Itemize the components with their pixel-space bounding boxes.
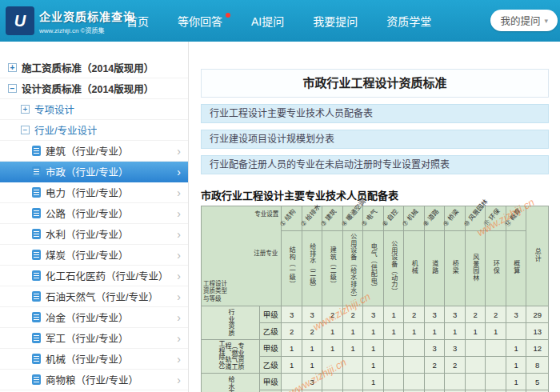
doc-link-0[interactable]: 行业工程设计主要专业技术人员配备表: [201, 104, 549, 123]
table-cell: [486, 374, 506, 390]
document-icon: [32, 270, 41, 281]
row-group-label: 专业资质（燃气工程、轨道工程除外）: [202, 340, 260, 374]
expand-icon: +: [21, 105, 30, 114]
table-cell: 1: [383, 323, 404, 340]
total-cell: 13: [526, 323, 549, 340]
sidebar-item-label: 水利（行业/专业）: [46, 226, 128, 242]
corner-label-registered: 注册专业: [254, 248, 278, 257]
table-cell: 1: [404, 323, 425, 340]
nav-item-waiting-answers[interactable]: 等你回答: [178, 13, 222, 29]
registered-profession-label: 公用设备（给水排水）: [349, 233, 356, 301]
table-cell: [383, 357, 404, 374]
nav-item-home[interactable]: 首页: [126, 13, 149, 29]
table-cell: 1: [506, 340, 526, 357]
registered-profession-header-3: 建筑（二级）: [322, 231, 343, 306]
table-row: 行业资质甲级33223123322329: [202, 306, 549, 323]
doc-link-list: 行业工程设计主要专业技术人员配备表行业建设项目设计规模划分表行业配备注册人员的专…: [201, 104, 549, 174]
sidebar-item-4[interactable]: 建筑（行业/专业）›: [0, 141, 188, 162]
notification-dot-icon: [226, 13, 230, 18]
sidebar-item-13[interactable]: 军工（行业/专业）›: [0, 328, 188, 349]
sidebar-item-8[interactable]: 水利（行业/专业）›: [0, 224, 188, 245]
grade-cell: 乙级: [260, 357, 282, 374]
sidebar-item-14[interactable]: 机械（行业/专业）›: [0, 349, 188, 370]
table-cell: 3: [445, 306, 466, 323]
sidebar-item-7[interactable]: 公路（行业/专业）›: [0, 203, 188, 224]
registered-profession-label: 结构（一级）: [288, 246, 295, 287]
total-cell: 8: [526, 357, 549, 374]
nav-item-ai-ask[interactable]: AI提问: [251, 13, 284, 29]
table-cell: 1: [282, 340, 302, 357]
table-cell: 1: [363, 323, 384, 340]
document-icon: [32, 354, 41, 364]
sidebar-item-11[interactable]: 石油天然气（行业/专业）›: [0, 286, 188, 307]
total-column-label: 总计: [534, 248, 541, 262]
registered-profession-header-12: 概算: [506, 231, 526, 306]
site-logo[interactable]: U 企业资质标准查询 www.zizhiji.cn ©资质集: [6, 6, 135, 35]
table-cell: 3: [445, 340, 466, 357]
corner-label-specialty: 专业设置: [254, 209, 278, 218]
table-cell: 1: [342, 323, 363, 340]
column-header-12: ⑫ 概算: [506, 206, 526, 231]
logo-text: 企业资质标准查询 www.zizhiji.cn ©资质集: [39, 8, 135, 34]
column-header-1: ① 结构: [282, 206, 302, 231]
sidebar-item-label: 市政（行业/专业）: [46, 164, 128, 179]
table-row: 给水工程甲级3115: [202, 374, 549, 390]
doc-link-2[interactable]: 行业配备注册人员的专业在未启动注册时专业设置对照表: [201, 155, 549, 174]
staffing-table: 专业设置注册专业工程设计资质类型与等级① 结构② 给排水③ 建筑④ 暖通空调⑤ …: [201, 206, 549, 392]
column-header-5: ⑤ 电气: [363, 206, 384, 231]
my-questions-button[interactable]: 我的提问 ▾: [490, 10, 558, 31]
table-cell: [322, 357, 343, 374]
document-icon: [32, 250, 41, 260]
sidebar-item-0[interactable]: +施工资质标准（2014版现用）: [0, 58, 188, 78]
chevron-right-icon: ›: [177, 312, 181, 323]
chevron-right-icon: ›: [177, 166, 181, 178]
corner-label-type-grade: 工程设计资质类型与等级: [203, 280, 229, 302]
sidebar-item-label: 化工石化医药（行业/专业）: [46, 268, 168, 283]
column-header-11: ⑪ 环保: [486, 206, 506, 231]
table-cell: 1: [302, 357, 322, 374]
chevron-right-icon: ›: [177, 187, 181, 198]
document-icon: [32, 291, 41, 302]
registered-profession-header-10: 风景园林: [465, 231, 486, 306]
column-header-label: ② 给排水: [298, 202, 322, 229]
table-cell: 1: [363, 357, 384, 374]
nav-item-qualification-school[interactable]: 资质学堂: [386, 13, 431, 29]
nav-item-ask-question[interactable]: 我要提问: [313, 13, 358, 29]
table-cell: 1: [506, 357, 526, 374]
sidebar-item-2[interactable]: +专项设计: [0, 99, 188, 120]
table-cell: [282, 374, 302, 390]
sidebar-item-15[interactable]: 商物粮（行业/专业）›: [0, 370, 188, 390]
total-cell: 29: [526, 306, 549, 323]
sidebar-item-12[interactable]: 冶金（行业/专业）›: [0, 307, 188, 328]
sidebar-item-label: 专项设计: [34, 102, 74, 117]
sidebar-item-9[interactable]: 煤炭（行业/专业）›: [0, 245, 188, 266]
column-header-7: ⑦ 机械: [404, 206, 425, 231]
chevron-right-icon: ›: [177, 250, 181, 261]
table-cell: 1: [383, 306, 404, 323]
registered-profession-label: 公用设备（动力）: [390, 240, 398, 294]
table-cell: 2: [342, 306, 363, 323]
document-icon: [32, 166, 41, 177]
sidebar-tree: +施工资质标准（2014版现用）−设计资质标准（2014版现用）+专项设计−行业…: [0, 42, 189, 392]
table-cell: [342, 357, 363, 374]
table-cell: [383, 340, 404, 357]
table-cell: 1: [506, 374, 526, 390]
registered-profession-label: 电气（供配电）: [370, 243, 377, 291]
sidebar-item-10[interactable]: 化工石化医药（行业/专业）›: [0, 266, 188, 286]
table-cell: 2: [465, 306, 486, 323]
sidebar-item-1[interactable]: −设计资质标准（2014版现用）: [0, 78, 188, 99]
sidebar-item-3[interactable]: −行业/专业设计: [0, 120, 188, 141]
sidebar-item-6[interactable]: 电力（行业/专业）›: [0, 182, 188, 203]
sidebar-item-5[interactable]: 市政（行业/专业）›: [0, 162, 188, 182]
document-icon: [32, 333, 41, 343]
table-cell: 3: [302, 306, 322, 323]
registered-profession-label: 道路: [431, 260, 438, 274]
table-cell: [506, 323, 526, 340]
row-group-text: 给水工程: [227, 376, 234, 392]
table-cell: 1: [465, 323, 486, 340]
doc-link-1[interactable]: 行业建设项目设计规模划分表: [201, 130, 549, 149]
sidebar-item-label: 石油天然气（行业/专业）: [46, 289, 158, 304]
registered-profession-header-2: 给排水（二级）: [302, 231, 322, 306]
table-cell: [465, 374, 486, 390]
table-header-row: 专业设置注册专业工程设计资质类型与等级① 结构② 给排水③ 建筑④ 暖通空调⑤ …: [202, 206, 549, 231]
